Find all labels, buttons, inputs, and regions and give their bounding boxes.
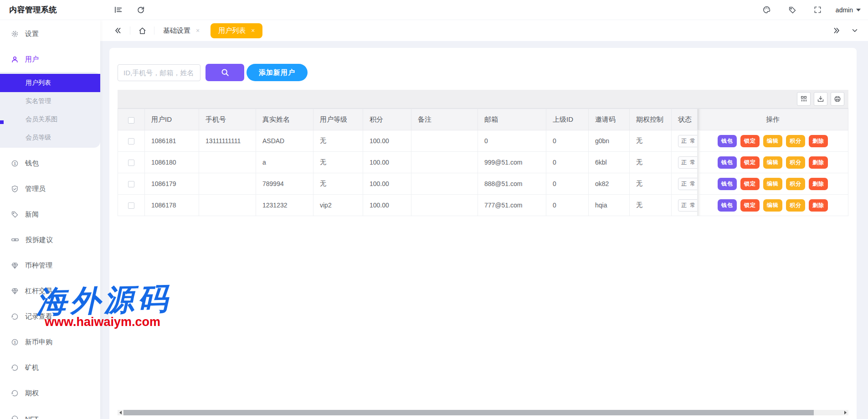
cell-parent-id: 0 xyxy=(546,195,589,216)
sidebar-item-miner[interactable]: 矿机 xyxy=(0,355,100,380)
caret-down-icon xyxy=(856,9,861,11)
delete-button[interactable]: 删除 xyxy=(809,178,828,190)
search-icon xyxy=(221,68,230,77)
sidebar-item-options[interactable]: 期权 xyxy=(0,380,100,406)
row-checkbox[interactable] xyxy=(128,181,134,187)
table-row: 1086179 789994 无 100.00 888@51.com 0 ok8… xyxy=(118,173,848,195)
points-button[interactable]: 积分 xyxy=(786,156,805,169)
print-button[interactable] xyxy=(831,92,844,106)
link-icon xyxy=(11,236,19,244)
edit-button[interactable]: 编辑 xyxy=(763,135,782,147)
row-checkbox[interactable] xyxy=(128,202,134,209)
cell-actions: 钱包锁定编辑积分删除 xyxy=(698,173,848,195)
col-points: 积分 xyxy=(363,109,411,130)
cell-status: 正 常 xyxy=(672,173,698,195)
wallet-button[interactable]: 钱包 xyxy=(718,199,737,212)
points-button[interactable]: 积分 xyxy=(786,135,805,147)
shield-icon xyxy=(11,185,19,193)
cell-level: vip2 xyxy=(313,195,363,216)
cell-phone xyxy=(199,152,256,173)
scroll-left-button[interactable] xyxy=(118,410,123,415)
tabs-scroll-right-button[interactable] xyxy=(830,24,843,37)
delete-button[interactable]: 删除 xyxy=(809,135,828,147)
sidebar-item-member-level[interactable]: 会员等级 xyxy=(0,129,100,147)
wallet-button[interactable]: 钱包 xyxy=(718,156,737,169)
cell-real-name: a xyxy=(256,152,313,173)
points-button[interactable]: 积分 xyxy=(786,199,805,212)
refresh-button[interactable] xyxy=(133,2,149,18)
lock-button[interactable]: 锁定 xyxy=(740,135,760,147)
sidebar-item-users[interactable]: 用户 xyxy=(0,47,100,72)
sidebar-item-realname-mgmt[interactable]: 实名管理 xyxy=(0,92,100,110)
tab-user-list[interactable]: 用户列表 × xyxy=(211,23,262,38)
tag-icon xyxy=(788,6,796,14)
sidebar-item-user-list[interactable]: 用户列表 xyxy=(0,74,100,92)
select-all-checkbox[interactable] xyxy=(128,117,134,124)
cell-invite-code: ok82 xyxy=(589,173,630,195)
cell-actions: 钱包锁定编辑积分删除 xyxy=(698,130,848,152)
sidebar-item-records[interactable]: 记录查看 xyxy=(0,304,100,329)
add-user-button[interactable]: 添加新用户 xyxy=(247,64,308,81)
col-parent-id: 上级ID xyxy=(546,109,589,130)
sidebar-item-currency-mgmt[interactable]: 币种管理 xyxy=(0,253,100,278)
tabs-scroll-left-button[interactable] xyxy=(111,24,125,37)
row-checkbox[interactable] xyxy=(128,138,134,145)
edit-button[interactable]: 编辑 xyxy=(763,178,782,190)
row-checkbox[interactable] xyxy=(128,160,134,166)
export-button[interactable] xyxy=(814,92,827,106)
tag-button[interactable] xyxy=(785,2,800,18)
cell-real-name: 1231232 xyxy=(256,195,313,216)
user-menu[interactable]: admin xyxy=(836,6,861,14)
horizontal-scrollbar[interactable] xyxy=(118,410,848,415)
search-input[interactable] xyxy=(118,64,200,81)
tab-basic-settings[interactable]: 基础设置 × xyxy=(163,26,200,35)
col-actions: 操作 xyxy=(698,109,848,130)
cell-parent-id: 0 xyxy=(546,173,589,195)
cell-option-control: 无 xyxy=(630,130,672,152)
scrollbar-track[interactable] xyxy=(123,410,842,415)
sidebar-item-wallet[interactable]: $ 钱包 xyxy=(0,150,100,176)
cell-user-id: 1086179 xyxy=(145,173,199,195)
close-icon[interactable]: × xyxy=(196,27,200,34)
edit-button[interactable]: 编辑 xyxy=(763,199,782,212)
sidebar-item-new-coin[interactable]: $ 新币申购 xyxy=(0,329,100,355)
scroll-right-button[interactable] xyxy=(842,410,848,415)
sidebar-item-news[interactable]: 新闻 xyxy=(0,202,100,227)
delete-button[interactable]: 删除 xyxy=(809,156,828,169)
edit-button[interactable]: 编辑 xyxy=(763,156,782,169)
users-submenu: 用户列表 实名管理 会员关系图 会员等级 xyxy=(0,72,100,148)
theme-button[interactable] xyxy=(759,2,775,18)
sidebar-item-nft[interactable]: NFT xyxy=(0,406,100,419)
points-button[interactable]: 积分 xyxy=(786,178,805,190)
triangle-right-icon xyxy=(844,411,847,414)
lock-button[interactable]: 锁定 xyxy=(740,178,760,190)
scrollbar-thumb[interactable] xyxy=(123,410,814,415)
status-badge: 正 常 xyxy=(678,135,698,147)
close-icon[interactable]: × xyxy=(251,27,255,34)
delete-button[interactable]: 删除 xyxy=(809,199,828,212)
sidebar-item-admins[interactable]: 管理员 xyxy=(0,176,100,202)
sidebar-item-member-graph[interactable]: 会员关系图 xyxy=(0,110,100,129)
accent-notch xyxy=(0,120,4,124)
cell-user-id: 1086180 xyxy=(145,152,199,173)
cell-actions: 钱包锁定编辑积分删除 xyxy=(698,152,848,173)
history-icon xyxy=(11,313,19,321)
table-header-row: 用户ID 手机号 真实姓名 用户等级 积分 备注 邮箱 上级ID 邀请码 期权控… xyxy=(118,109,848,130)
tab-label: 基础设置 xyxy=(163,26,190,35)
tabs-menu-button[interactable] xyxy=(848,24,862,37)
table-row: 1086180 a 无 100.00 999@51.com 0 6kbl 无 正… xyxy=(118,152,848,173)
lock-button[interactable]: 锁定 xyxy=(740,199,760,212)
columns-toggle-button[interactable] xyxy=(797,92,811,106)
cell-real-name: 789994 xyxy=(256,173,313,195)
cell-remark xyxy=(411,130,478,152)
sidebar-item-leverage-trade[interactable]: 杠杆交易 xyxy=(0,278,100,304)
wallet-button[interactable]: 钱包 xyxy=(718,178,737,190)
lock-button[interactable]: 锁定 xyxy=(740,156,760,169)
collapse-sidebar-button[interactable] xyxy=(110,2,126,18)
wallet-button[interactable]: 钱包 xyxy=(718,135,737,147)
sidebar-item-feedback[interactable]: 投拆建议 xyxy=(0,227,100,253)
fullscreen-button[interactable] xyxy=(810,2,826,18)
home-tab-button[interactable] xyxy=(135,24,149,37)
sidebar-item-settings[interactable]: 设置 xyxy=(0,21,100,47)
search-button[interactable] xyxy=(205,64,244,81)
